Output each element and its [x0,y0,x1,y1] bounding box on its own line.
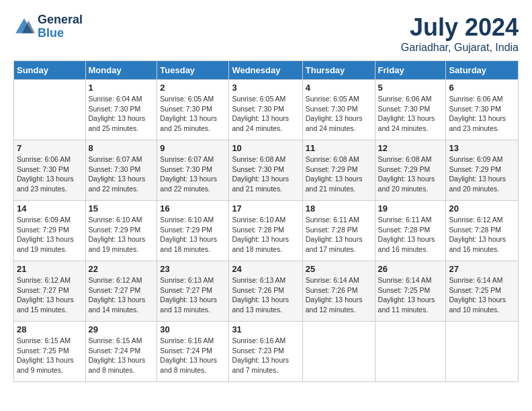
calendar-cell: 14Sunrise: 6:09 AM Sunset: 7:29 PM Dayli… [14,201,86,261]
day-number: 20 [449,203,515,214]
day-number: 3 [232,83,299,93]
calendar-cell: 18Sunrise: 6:11 AM Sunset: 7:28 PM Dayli… [302,201,375,261]
day-number: 18 [306,203,372,214]
calendar-table: SundayMondayTuesdayWednesdayThursdayFrid… [13,60,519,382]
header-day: Wednesday [229,61,302,80]
day-number: 12 [378,143,443,153]
calendar-cell [446,322,519,382]
calendar-cell [375,322,446,382]
logo-line1: General [38,13,83,27]
calendar-cell: 9Sunrise: 6:07 AM Sunset: 7:30 PM Daylig… [157,140,229,201]
calendar-cell: 26Sunrise: 6:14 AM Sunset: 7:25 PM Dayli… [375,261,446,322]
calendar-cell: 1Sunrise: 6:04 AM Sunset: 7:30 PM Daylig… [85,80,157,140]
day-detail: Sunrise: 6:10 AM Sunset: 7:29 PM Dayligh… [89,215,154,255]
calendar-cell [14,80,86,140]
day-number: 27 [449,264,515,274]
day-number: 17 [232,203,299,214]
day-detail: Sunrise: 6:14 AM Sunset: 7:25 PM Dayligh… [449,275,515,315]
location-title: Gariadhar, Gujarat, India [401,42,519,54]
day-detail: Sunrise: 6:10 AM Sunset: 7:29 PM Dayligh… [160,215,226,255]
day-detail: Sunrise: 6:16 AM Sunset: 7:24 PM Dayligh… [160,336,226,375]
calendar-cell: 12Sunrise: 6:08 AM Sunset: 7:29 PM Dayli… [375,140,446,201]
day-detail: Sunrise: 6:07 AM Sunset: 7:30 PM Dayligh… [89,154,154,194]
day-number: 29 [89,324,154,334]
calendar-cell: 24Sunrise: 6:13 AM Sunset: 7:26 PM Dayli… [229,261,302,322]
day-number: 8 [89,143,154,153]
calendar-cell: 17Sunrise: 6:10 AM Sunset: 7:28 PM Dayli… [229,201,302,261]
day-detail: Sunrise: 6:12 AM Sunset: 7:27 PM Dayligh… [17,275,83,315]
page-header: General Blue July 2024 Gariadhar, Gujara… [13,13,519,54]
calendar-cell: 23Sunrise: 6:13 AM Sunset: 7:27 PM Dayli… [157,261,229,322]
header-day: Monday [85,61,157,80]
day-detail: Sunrise: 6:12 AM Sunset: 7:28 PM Dayligh… [449,215,515,255]
calendar-cell: 3Sunrise: 6:05 AM Sunset: 7:30 PM Daylig… [229,80,302,140]
day-detail: Sunrise: 6:15 AM Sunset: 7:25 PM Dayligh… [17,336,83,375]
day-number: 16 [160,203,226,214]
day-detail: Sunrise: 6:08 AM Sunset: 7:29 PM Dayligh… [306,154,372,194]
day-number: 7 [17,143,83,153]
calendar-week-row: 28Sunrise: 6:15 AM Sunset: 7:25 PM Dayli… [14,322,519,382]
calendar-cell: 20Sunrise: 6:12 AM Sunset: 7:28 PM Dayli… [446,201,519,261]
day-number: 15 [89,203,154,214]
day-number: 11 [306,143,372,153]
day-number: 5 [378,83,443,93]
day-detail: Sunrise: 6:06 AM Sunset: 7:30 PM Dayligh… [449,94,515,134]
day-number: 6 [449,83,515,93]
day-detail: Sunrise: 6:05 AM Sunset: 7:30 PM Dayligh… [160,94,226,134]
calendar-week-row: 1Sunrise: 6:04 AM Sunset: 7:30 PM Daylig… [14,80,519,140]
day-detail: Sunrise: 6:10 AM Sunset: 7:28 PM Dayligh… [232,215,299,255]
day-detail: Sunrise: 6:05 AM Sunset: 7:30 PM Dayligh… [306,94,372,134]
calendar-cell: 4Sunrise: 6:05 AM Sunset: 7:30 PM Daylig… [302,80,375,140]
calendar-cell: 28Sunrise: 6:15 AM Sunset: 7:25 PM Dayli… [14,322,86,382]
calendar-week-row: 21Sunrise: 6:12 AM Sunset: 7:27 PM Dayli… [14,261,519,322]
calendar-cell: 10Sunrise: 6:08 AM Sunset: 7:30 PM Dayli… [229,140,302,201]
day-number: 4 [306,83,372,93]
day-detail: Sunrise: 6:12 AM Sunset: 7:27 PM Dayligh… [89,275,154,315]
calendar-week-row: 14Sunrise: 6:09 AM Sunset: 7:29 PM Dayli… [14,201,519,261]
header-day: Friday [375,61,446,80]
day-number: 10 [232,143,299,153]
day-number: 31 [232,324,299,334]
calendar-cell: 15Sunrise: 6:10 AM Sunset: 7:29 PM Dayli… [85,201,157,261]
day-detail: Sunrise: 6:15 AM Sunset: 7:24 PM Dayligh… [89,336,154,375]
calendar-cell: 7Sunrise: 6:06 AM Sunset: 7:30 PM Daylig… [14,140,86,201]
calendar-week-row: 7Sunrise: 6:06 AM Sunset: 7:30 PM Daylig… [14,140,519,201]
header-day: Tuesday [157,61,229,80]
calendar-cell: 30Sunrise: 6:16 AM Sunset: 7:24 PM Dayli… [157,322,229,382]
day-detail: Sunrise: 6:08 AM Sunset: 7:30 PM Dayligh… [232,154,299,194]
calendar-cell: 21Sunrise: 6:12 AM Sunset: 7:27 PM Dayli… [14,261,86,322]
calendar-cell: 13Sunrise: 6:09 AM Sunset: 7:29 PM Dayli… [446,140,519,201]
day-detail: Sunrise: 6:11 AM Sunset: 7:28 PM Dayligh… [306,215,372,255]
calendar-cell [302,322,375,382]
logo: General Blue [13,13,83,40]
title-block: July 2024 Gariadhar, Gujarat, India [401,13,519,54]
day-number: 23 [160,264,226,274]
logo-icon [13,16,35,38]
day-detail: Sunrise: 6:04 AM Sunset: 7:30 PM Dayligh… [89,94,154,134]
day-detail: Sunrise: 6:14 AM Sunset: 7:25 PM Dayligh… [378,275,443,315]
day-number: 25 [306,264,372,274]
calendar-body: 1Sunrise: 6:04 AM Sunset: 7:30 PM Daylig… [14,80,519,382]
calendar-header: SundayMondayTuesdayWednesdayThursdayFrid… [14,61,519,80]
day-detail: Sunrise: 6:06 AM Sunset: 7:30 PM Dayligh… [378,94,443,134]
calendar-cell: 11Sunrise: 6:08 AM Sunset: 7:29 PM Dayli… [302,140,375,201]
day-number: 26 [378,264,443,274]
day-number: 24 [232,264,299,274]
day-number: 22 [89,264,154,274]
day-detail: Sunrise: 6:14 AM Sunset: 7:26 PM Dayligh… [306,275,372,315]
calendar-cell: 5Sunrise: 6:06 AM Sunset: 7:30 PM Daylig… [375,80,446,140]
calendar-cell: 8Sunrise: 6:07 AM Sunset: 7:30 PM Daylig… [85,140,157,201]
day-detail: Sunrise: 6:06 AM Sunset: 7:30 PM Dayligh… [17,154,83,194]
header-day: Saturday [446,61,519,80]
day-number: 1 [89,83,154,93]
header-day: Sunday [14,61,86,80]
calendar-cell: 6Sunrise: 6:06 AM Sunset: 7:30 PM Daylig… [446,80,519,140]
day-number: 19 [378,203,443,214]
day-detail: Sunrise: 6:07 AM Sunset: 7:30 PM Dayligh… [160,154,226,194]
calendar-cell: 22Sunrise: 6:12 AM Sunset: 7:27 PM Dayli… [85,261,157,322]
calendar-cell: 31Sunrise: 6:16 AM Sunset: 7:23 PM Dayli… [229,322,302,382]
day-detail: Sunrise: 6:09 AM Sunset: 7:29 PM Dayligh… [17,215,83,255]
calendar-cell: 19Sunrise: 6:11 AM Sunset: 7:28 PM Dayli… [375,201,446,261]
day-detail: Sunrise: 6:08 AM Sunset: 7:29 PM Dayligh… [378,154,443,194]
day-number: 13 [449,143,515,153]
